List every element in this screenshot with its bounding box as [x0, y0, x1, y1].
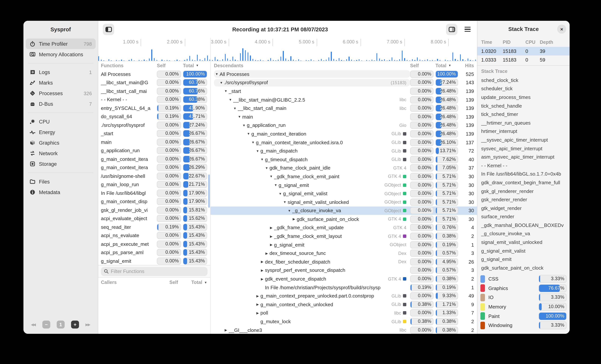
- expander-closed-icon[interactable]: ▶: [259, 260, 265, 264]
- expander-open-icon[interactable]: ▼: [228, 98, 233, 102]
- function-row[interactable]: __libc_start_call_mai0.00%60.76%60.76%: [98, 87, 210, 95]
- stack-frame[interactable]: g_signal_emit_valist: [477, 247, 570, 255]
- stack-frame[interactable]: gdk_draw_context_begin_frame_full: [477, 178, 570, 187]
- callers-self-column-header[interactable]: Self: [169, 280, 191, 285]
- expander-open-icon[interactable]: ▼: [287, 209, 292, 213]
- stack-frame[interactable]: tick_sched_handle: [477, 102, 570, 110]
- function-row[interactable]: - - Kernel - -0.00%60.38%60.38%: [98, 95, 210, 104]
- descendant-row[interactable]: ▼g_main_context_iterate_unlocked.isra.0G…: [210, 138, 477, 147]
- descendant-row[interactable]: ▶sysprof_perf_event_source_dispatch0.00%…: [210, 266, 477, 275]
- function-row[interactable]: g_main_context_itera0.00%26.29%26.29%: [98, 163, 210, 172]
- sidebar-item-graphics[interactable]: Graphics: [26, 137, 96, 148]
- sidebar-item-marks[interactable]: Marks: [26, 77, 96, 88]
- functions-scrollbar[interactable]: [208, 174, 210, 208]
- descendant-row[interactable]: In File /home/christian/Projects/sysprof…: [210, 283, 477, 292]
- function-row[interactable]: acpi_ps_parse_aml0.00%15.43%15.43%: [98, 248, 210, 257]
- sample-row[interactable]: 1.033315183059: [477, 56, 570, 64]
- menu-button[interactable]: [462, 24, 473, 35]
- expander-open-icon[interactable]: ▼: [214, 72, 220, 76]
- descendant-row[interactable]: ▼./src/sysprof/sysprof(15183)0.00%27.24%…: [210, 78, 477, 87]
- callers-column-header[interactable]: Callers: [101, 280, 169, 285]
- stack-frame[interactable]: gdk_surface_paint_on_clock: [477, 264, 570, 272]
- descendants-column-header[interactable]: Descendants: [214, 63, 410, 68]
- sidebar-item-metadata[interactable]: Metadata: [26, 187, 96, 198]
- stack-frame[interactable]: - - Kernel - -: [477, 161, 570, 170]
- expander-closed-icon[interactable]: ▶: [259, 277, 265, 281]
- descendant-row[interactable]: ▼_start0.00%26.48%26.48%139: [210, 87, 477, 95]
- descendant-row[interactable]: ▼signal_emit_valist_unlockedGObject0.00%…: [210, 198, 477, 206]
- expander-open-icon[interactable]: ▼: [241, 124, 247, 127]
- stack-frame[interactable]: _gdk_marshal_BOOLEAN__BOXEDv: [477, 221, 570, 229]
- stack-frame[interactable]: sched_clock_tick: [477, 76, 570, 84]
- expander-open-icon[interactable]: ▼: [223, 89, 229, 93]
- descendant-row[interactable]: ▼gdk_frame_clock_paint_idleGTK 40.00%7.0…: [210, 164, 477, 172]
- sidebar-item-processes[interactable]: Processes326: [26, 88, 96, 98]
- stack-frame[interactable]: gsk_gl_renderer_render: [477, 187, 570, 195]
- expander-open-icon[interactable]: ▼: [277, 192, 283, 195]
- stack-frame[interactable]: update_process_times: [477, 93, 570, 101]
- toggle-right-sidebar-button[interactable]: [446, 24, 457, 35]
- descendant-row[interactable]: ▶_gdk_frame_clock_emit_updateGTK 40.00%0…: [210, 223, 477, 232]
- expander-open-icon[interactable]: ▼: [250, 141, 256, 144]
- zoom-in-button[interactable]: +: [71, 321, 79, 328]
- sidebar-item-storage[interactable]: Storage: [26, 159, 96, 169]
- function-row[interactable]: g_signal_emit0.00%15.43%15.43%: [98, 257, 210, 265]
- descendant-row[interactable]: ▶__GI___clone3libc0.00%0.38%0.38%2: [210, 326, 477, 334]
- descendant-row[interactable]: g_mutex_lockGLib0.38%0.38%0.38%0.38%2: [210, 317, 477, 326]
- function-row[interactable]: g_main_context_itera0.00%26.67%26.67%: [98, 155, 210, 163]
- stack-frame[interactable]: hrtimer_interrupt: [477, 127, 570, 135]
- descendant-row[interactable]: ▼g_timeout_dispatchGLib0.00%7.62%7.62%40: [210, 155, 477, 164]
- toggle-left-sidebar-button[interactable]: [103, 24, 114, 35]
- function-row[interactable]: _start0.00%26.67%26.67%: [98, 129, 210, 138]
- expander-open-icon[interactable]: ▼: [282, 200, 288, 204]
- descendant-row[interactable]: ▼_g_closure_invoke_vaGObject0.00%5.71%5.…: [210, 206, 477, 215]
- sample-row[interactable]: 1.032015183039: [477, 47, 570, 56]
- function-row[interactable]: g_main_context_disp0.00%17.90%17.90%: [98, 197, 210, 206]
- descendant-row[interactable]: ▶gdk_surface_paint_on_clockGTK 40.00%5.7…: [210, 215, 477, 223]
- filter-functions-box[interactable]: [101, 267, 208, 276]
- descendant-row[interactable]: ▼g_signal_emitGObject0.00%5.71%5.71%30: [210, 181, 477, 189]
- descendant-row[interactable]: ▼main0.00%26.48%26.48%139: [210, 113, 477, 121]
- descendant-row[interactable]: ▼_gdk_frame_clock_emit_paintGTK 40.00%5.…: [210, 172, 477, 181]
- expander-open-icon[interactable]: ▼: [264, 166, 270, 170]
- function-row[interactable]: do_syscall_640.19%0.19%41.71%41.71%: [98, 112, 210, 121]
- descendant-row[interactable]: ▼g_application_runGio0.00%26.48%26.48%13…: [210, 121, 477, 130]
- function-row[interactable]: g_main_loop_run0.00%21.71%21.71%: [98, 180, 210, 189]
- expander-open-icon[interactable]: ▼: [232, 106, 238, 110]
- time-column-header[interactable]: Time: [481, 39, 503, 45]
- function-row[interactable]: __libc_start_main@G0.00%60.76%60.76%: [98, 78, 210, 87]
- descendants-total-column-header[interactable]: Total▼: [435, 63, 458, 68]
- stack-frame[interactable]: In File /usr/lib64/libGL.so.1.7.0+0x4b: [477, 170, 570, 178]
- stack-frame[interactable]: g_signal_emit: [477, 255, 570, 264]
- stack-frame[interactable]: gsk_renderer_render: [477, 195, 570, 204]
- cpu-activity-chart[interactable]: [98, 47, 477, 61]
- stack-frame[interactable]: sysvec_apic_timer_interrupt: [477, 144, 570, 153]
- zoom-out-button[interactable]: −: [42, 321, 50, 328]
- function-row[interactable]: acpi_ps_execute_met0.00%15.43%15.43%: [98, 240, 210, 248]
- function-row[interactable]: All Processes0.00%100.00%100.00%: [98, 70, 210, 78]
- expander-open-icon[interactable]: ▼: [268, 175, 274, 178]
- expander-closed-icon[interactable]: ▶: [223, 328, 229, 332]
- descendant-row[interactable]: ▼g_main_dispatchGLib0.00%13.71%13.71%72: [210, 147, 477, 155]
- callers-total-column-header[interactable]: Total▼: [191, 280, 207, 285]
- function-row[interactable]: /usr/bin/gnome-shell0.00%22.67%22.67%: [98, 172, 210, 180]
- sidebar-item-energy[interactable]: Energy: [26, 127, 96, 137]
- function-row[interactable]: gsk_gl_render_job_vi0.00%15.81%15.81%: [98, 206, 210, 214]
- seek-backward-button[interactable]: ◀◀: [31, 323, 36, 327]
- function-row[interactable]: acpi_ns_evaluate0.00%15.43%15.43%: [98, 231, 210, 240]
- expander-closed-icon[interactable]: ▶: [268, 226, 274, 230]
- expander-open-icon[interactable]: ▼: [259, 157, 265, 161]
- function-row[interactable]: seq_read_iter0.19%0.19%15.43%15.43%: [98, 223, 210, 231]
- functions-self-column-header[interactable]: Self: [157, 63, 181, 68]
- expander-open-icon[interactable]: ▼: [246, 132, 251, 136]
- function-row[interactable]: ./src/sysprof/sysprof0.00%27.24%27.24%: [98, 121, 210, 129]
- descendant-row[interactable]: ▼All Processes0.00%100.00%100.00%525: [210, 70, 477, 78]
- sidebar-item-network[interactable]: Network: [26, 148, 96, 159]
- seek-forward-button[interactable]: ▶▶: [85, 323, 90, 327]
- expander-closed-icon[interactable]: ▶: [268, 234, 274, 238]
- stack-frame[interactable]: asm_sysvec_apic_timer_interrupt: [477, 153, 570, 161]
- stack-frame[interactable]: tick_sched_timer: [477, 110, 570, 119]
- descendant-row[interactable]: ▶polllibc0.00%1.33%1.33%7: [210, 309, 477, 317]
- zoom-reset-button[interactable]: 1: [57, 321, 65, 328]
- descendants-hits-column-header[interactable]: Hits: [458, 63, 474, 68]
